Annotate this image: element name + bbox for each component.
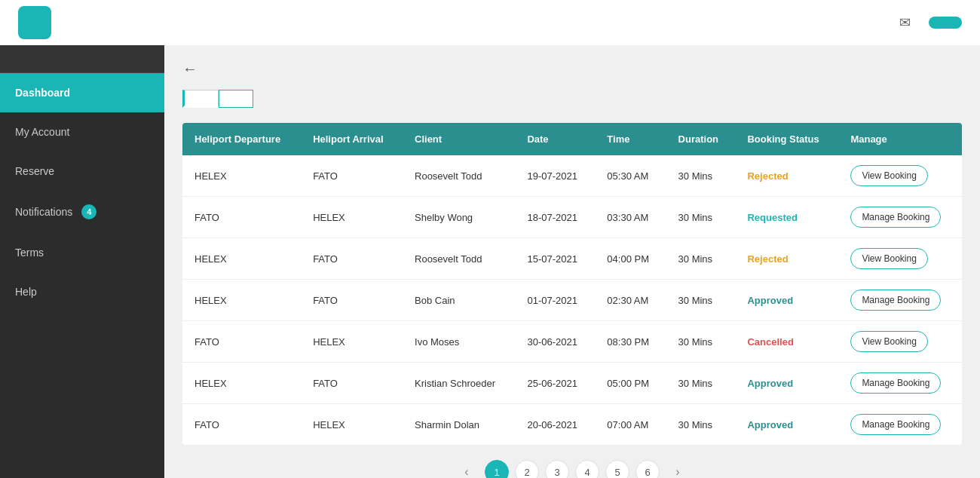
- col-date: Date: [515, 123, 595, 155]
- pagination-next[interactable]: ›: [666, 460, 690, 478]
- duration-cell: 30 Mins: [666, 321, 736, 363]
- action-cell: View Booking: [838, 238, 962, 280]
- sidebar-nav: DashboardMy AccountReserveNotifications4…: [0, 73, 164, 478]
- action-cell: Manage Booking: [838, 404, 962, 446]
- main-content: ← Heliport DepartureHeliport ArrivalClie…: [164, 45, 980, 478]
- date-cell: 30-06-2021: [515, 321, 595, 363]
- status-cell: Rejected: [735, 238, 838, 280]
- duration-cell: 30 Mins: [666, 197, 736, 238]
- time-cell: 05:30 AM: [595, 155, 666, 197]
- arrival-cell: FATO: [301, 155, 403, 197]
- action-cell: View Booking: [838, 321, 962, 363]
- date-cell: 20-06-2021: [515, 404, 595, 446]
- header-right: ✉: [899, 14, 962, 31]
- duration-cell: 30 Mins: [666, 238, 736, 280]
- page-1[interactable]: 1: [485, 460, 509, 478]
- departure-cell: HELEX: [182, 363, 301, 404]
- table-row: HELEXFATORoosevelt Todd15-07-202104:00 P…: [182, 238, 962, 280]
- status-cell: Cancelled: [735, 321, 838, 363]
- pagination: ‹ 123456›: [182, 445, 962, 478]
- action-button[interactable]: Manage Booking: [850, 290, 941, 311]
- user-info: ✉: [899, 14, 917, 31]
- col-client: Client: [403, 123, 515, 155]
- tabs: [182, 90, 962, 108]
- arrival-cell: HELEX: [301, 404, 403, 446]
- page-6[interactable]: 6: [635, 460, 660, 478]
- arrival-cell: FATO: [301, 238, 403, 280]
- status-cell: Approved: [735, 363, 838, 404]
- col-duration: Duration: [666, 123, 736, 155]
- time-cell: 05:00 PM: [595, 363, 666, 404]
- client-cell: Bob Cain: [403, 280, 515, 321]
- user-icon: ✉: [899, 14, 911, 31]
- time-cell: 04:00 PM: [595, 238, 666, 280]
- date-cell: 19-07-2021: [515, 155, 595, 197]
- table-row: HELEXFATOBob Cain01-07-202102:30 AM30 Mi…: [182, 280, 962, 321]
- status-cell: Requested: [735, 197, 838, 238]
- page-5[interactable]: 5: [605, 460, 629, 478]
- client-cell: Roosevelt Todd: [403, 155, 515, 197]
- sidebar: DashboardMy AccountReserveNotifications4…: [0, 45, 164, 478]
- status-cell: Rejected: [735, 155, 838, 197]
- duration-cell: 30 Mins: [666, 363, 736, 404]
- tab-upcoming[interactable]: [182, 90, 219, 108]
- departure-cell: HELEX: [182, 155, 301, 197]
- arrival-cell: FATO: [301, 363, 403, 404]
- duration-cell: 30 Mins: [666, 280, 736, 321]
- col-heliport-arrival: Heliport Arrival: [301, 123, 403, 155]
- status-cell: Approved: [735, 280, 838, 321]
- notification-badge: 4: [81, 204, 96, 219]
- sidebar-item-my-account[interactable]: My Account: [0, 112, 164, 152]
- action-cell: Manage Booking: [838, 363, 962, 404]
- arrival-cell: HELEX: [301, 321, 403, 363]
- client-cell: Ivo Moses: [403, 321, 515, 363]
- duration-cell: 30 Mins: [666, 404, 736, 446]
- pagination-prev[interactable]: ‹: [455, 460, 479, 478]
- logout-button[interactable]: [929, 17, 962, 29]
- departure-cell: HELEX: [182, 280, 301, 321]
- action-button[interactable]: View Booking: [850, 248, 928, 269]
- sidebar-email: [0, 45, 164, 73]
- date-cell: 18-07-2021: [515, 197, 595, 238]
- departure-cell: FATO: [182, 321, 301, 363]
- table-row: FATOHELEXShelby Wong18-07-202103:30 AM30…: [182, 197, 962, 238]
- booking-table: Heliport DepartureHeliport ArrivalClient…: [182, 123, 962, 445]
- table-row: FATOHELEXIvo Moses30-06-202108:30 PM30 M…: [182, 321, 962, 363]
- time-cell: 02:30 AM: [595, 280, 666, 321]
- client-cell: Kristian Schroeder: [403, 363, 515, 404]
- action-cell: Manage Booking: [838, 197, 962, 238]
- page-2[interactable]: 2: [515, 460, 539, 478]
- action-cell: View Booking: [838, 155, 962, 197]
- action-button[interactable]: View Booking: [850, 165, 928, 186]
- departure-cell: HELEX: [182, 238, 301, 280]
- action-button[interactable]: Manage Booking: [850, 207, 941, 228]
- date-cell: 25-06-2021: [515, 363, 595, 404]
- action-button[interactable]: Manage Booking: [850, 414, 941, 435]
- sidebar-item-reserve[interactable]: Reserve: [0, 152, 164, 191]
- time-cell: 08:30 PM: [595, 321, 666, 363]
- date-cell: 01-07-2021: [515, 280, 595, 321]
- tab-history[interactable]: [219, 90, 253, 108]
- col-manage: Manage: [838, 123, 962, 155]
- col-heliport-departure: Heliport Departure: [182, 123, 301, 155]
- departure-cell: FATO: [182, 197, 301, 238]
- table-row: FATOHELEXSharmin Dolan20-06-202107:00 AM…: [182, 404, 962, 446]
- table-header-row: Heliport DepartureHeliport ArrivalClient…: [182, 123, 962, 155]
- table-row: HELEXFATORoosevelt Todd19-07-202105:30 A…: [182, 155, 962, 197]
- app-logo: [18, 6, 51, 39]
- page-3[interactable]: 3: [545, 460, 569, 478]
- table-row: HELEXFATOKristian Schroeder25-06-202105:…: [182, 363, 962, 404]
- sidebar-item-notifications[interactable]: Notifications4: [0, 191, 164, 233]
- action-button[interactable]: View Booking: [850, 331, 928, 352]
- action-cell: Manage Booking: [838, 280, 962, 321]
- arrival-cell: FATO: [301, 280, 403, 321]
- sidebar-item-terms[interactable]: Terms: [0, 233, 164, 272]
- col-time: Time: [595, 123, 666, 155]
- sidebar-item-help[interactable]: Help: [0, 272, 164, 311]
- sidebar-item-dashboard[interactable]: Dashboard: [0, 73, 164, 112]
- status-cell: Approved: [735, 404, 838, 446]
- main-layout: DashboardMy AccountReserveNotifications4…: [0, 45, 980, 478]
- back-arrow[interactable]: ←: [182, 60, 198, 78]
- action-button[interactable]: Manage Booking: [850, 372, 941, 394]
- page-4[interactable]: 4: [575, 460, 599, 478]
